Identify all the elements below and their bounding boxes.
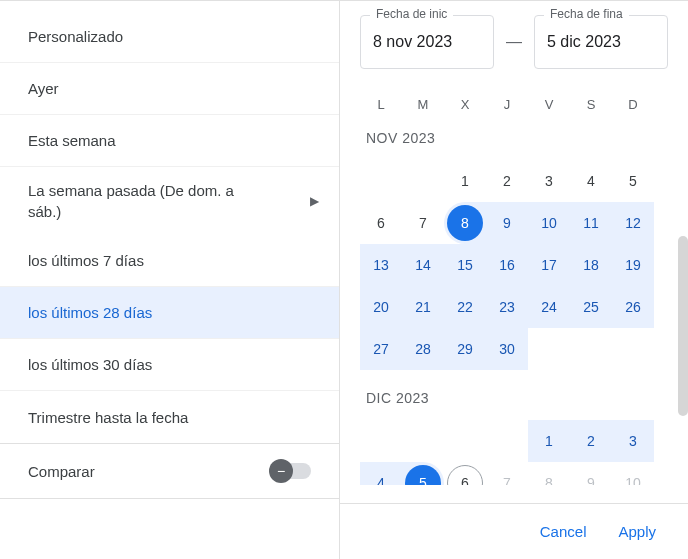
calendar-day[interactable]: 7: [402, 202, 444, 244]
month-label-dic: DIC 2023: [366, 390, 666, 406]
calendar-day[interactable]: 26: [612, 286, 654, 328]
weekday-cell: M: [402, 97, 444, 112]
weekday-cell: S: [570, 97, 612, 112]
preset-last-30[interactable]: los últimos 30 días: [0, 339, 339, 391]
compare-label: Comparar: [28, 463, 95, 480]
weekday-cell: L: [360, 97, 402, 112]
calendar-day[interactable]: 4: [360, 462, 402, 485]
calendar-day[interactable]: 10: [528, 202, 570, 244]
calendar-day[interactable]: 13: [360, 244, 402, 286]
month-grid-nov: 1234567891011121314151617181920212223242…: [360, 160, 666, 370]
calendar-day[interactable]: 23: [486, 286, 528, 328]
calendar-day[interactable]: 17: [528, 244, 570, 286]
calendar-day[interactable]: 16: [486, 244, 528, 286]
apply-button[interactable]: Apply: [614, 515, 660, 548]
calendar-day[interactable]: 27: [360, 328, 402, 370]
cancel-button[interactable]: Cancel: [536, 515, 591, 548]
month-label-nov: NOV 2023: [366, 130, 666, 146]
weekday-cell: J: [486, 97, 528, 112]
preset-this-week[interactable]: Esta semana: [0, 115, 339, 167]
preset-custom[interactable]: Personalizado: [0, 11, 339, 63]
calendar-day[interactable]: 19: [612, 244, 654, 286]
calendar-day[interactable]: 1: [444, 160, 486, 202]
calendar-scroll: LMXJVSD NOV 2023 12345678910111213141516…: [360, 97, 668, 485]
end-date-legend: Fecha de fina: [544, 7, 629, 21]
weekday-cell: V: [528, 97, 570, 112]
calendar-day[interactable]: 12: [612, 202, 654, 244]
weekday-header: LMXJVSD: [360, 97, 666, 112]
calendar-day[interactable]: 4: [570, 160, 612, 202]
compare-toggle[interactable]: −: [271, 463, 311, 479]
scrollbar-thumb[interactable]: [678, 236, 688, 416]
chevron-right-icon: ▶: [310, 193, 319, 210]
weekday-cell: D: [612, 97, 654, 112]
calendar-day[interactable]: 5: [402, 462, 444, 485]
minus-icon: −: [269, 459, 293, 483]
preset-last-week[interactable]: La semana pasada (De dom. a sáb.) ▶: [0, 167, 339, 235]
start-date-legend: Fecha de inic: [370, 7, 453, 21]
calendar-day[interactable]: 18: [570, 244, 612, 286]
calendar-day[interactable]: 8: [528, 462, 570, 485]
calendar-day[interactable]: 7: [486, 462, 528, 485]
calendar-day[interactable]: 9: [486, 202, 528, 244]
preset-qtd[interactable]: Trimestre hasta la fecha: [0, 391, 339, 443]
calendar-day[interactable]: 5: [612, 160, 654, 202]
calendar-day[interactable]: 3: [612, 420, 654, 462]
end-date-input[interactable]: [534, 15, 668, 69]
preset-yesterday[interactable]: Ayer: [0, 63, 339, 115]
calendar-day[interactable]: 6: [360, 202, 402, 244]
preset-list: Personalizado Ayer Esta semana La semana…: [0, 1, 340, 559]
preset-last-28[interactable]: los últimos 28 días: [0, 287, 339, 339]
start-date-input[interactable]: [360, 15, 494, 69]
calendar-day[interactable]: 11: [570, 202, 612, 244]
calendar-day[interactable]: 25: [570, 286, 612, 328]
calendar-day[interactable]: 20: [360, 286, 402, 328]
calendar-day[interactable]: 10: [612, 462, 654, 485]
calendar-day[interactable]: 15: [444, 244, 486, 286]
calendar-day[interactable]: 1: [528, 420, 570, 462]
month-grid-dic: 1234567891011121314151617181920212223242…: [360, 420, 666, 485]
calendar-day[interactable]: 14: [402, 244, 444, 286]
dialog-footer: Cancel Apply: [340, 503, 688, 559]
range-dash: —: [506, 33, 522, 51]
preset-last-7[interactable]: los últimos 7 días: [0, 235, 339, 287]
calendar-panel: Fecha de inic — Fecha de fina LMXJVSD NO…: [340, 1, 688, 559]
calendar-day[interactable]: 22: [444, 286, 486, 328]
calendar-day[interactable]: 2: [486, 160, 528, 202]
calendar-day[interactable]: 2: [570, 420, 612, 462]
compare-row: Comparar −: [0, 443, 339, 499]
calendar-day[interactable]: 30: [486, 328, 528, 370]
end-date-field[interactable]: Fecha de fina: [534, 15, 668, 69]
calendar-day[interactable]: 8: [444, 202, 486, 244]
weekday-cell: X: [444, 97, 486, 112]
calendar-day[interactable]: 29: [444, 328, 486, 370]
calendar-day[interactable]: 3: [528, 160, 570, 202]
calendar-day[interactable]: 9: [570, 462, 612, 485]
calendar-day[interactable]: 6: [444, 462, 486, 485]
calendar-day[interactable]: 24: [528, 286, 570, 328]
start-date-field[interactable]: Fecha de inic: [360, 15, 494, 69]
preset-last-week-label: La semana pasada (De dom. a sáb.): [28, 180, 268, 222]
calendar-day[interactable]: 21: [402, 286, 444, 328]
calendar-day[interactable]: 28: [402, 328, 444, 370]
